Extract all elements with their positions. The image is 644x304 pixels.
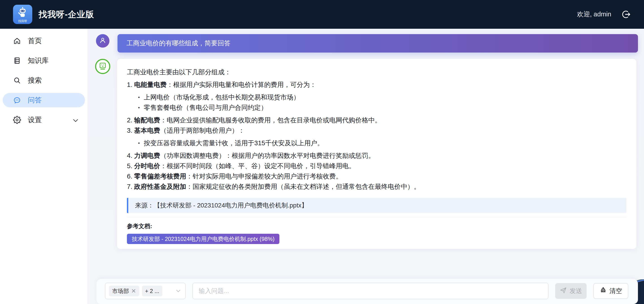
sidebar-item-问答[interactable]: 问答 [3,93,85,107]
answer-sub-item: ▪按变压器容量或最大需量计收，适用于315千伏安及以上用户。 [138,138,626,148]
broom-icon [600,287,607,295]
answer-item: 2. 输配电费：电网企业提供输配电服务收取的费用，包含在目录电价或电网代购价格中… [127,115,626,125]
paper-plane-icon [560,287,567,295]
chevron-down-icon[interactable] [175,288,182,294]
app-logo: 找我呀 [13,5,32,24]
person-icon [99,36,107,45]
sidebar-nav: 首页知识库搜索问答设置 [0,29,88,304]
sidebar-item-label: 设置 [28,115,42,125]
main-area: 工商业电价的有哪些组成，简要回答 工商业电价主要由 [88,29,644,304]
bullet-icon: ▪ [138,92,140,102]
bullet-icon: ▪ [138,102,140,113]
answer-sub-item: ▪零售套餐电价（售电公司与用户合同约定） [138,102,626,113]
answer-item: 4. 力调电费（功率因数调整电费）：根据用户的功率因数水平对电费进行奖励或惩罚。 [127,150,626,161]
answer-item: 3. 基本电费（适用于两部制电价用户）： [127,125,626,136]
scope-tag-+ 2 ...[interactable]: + 2 ... [142,285,162,296]
reference-docs-list: 技术研发部 - 20231024电力用户电费电价机制.pptx (98%) [127,234,626,244]
send-button[interactable]: 发送 [555,283,586,299]
chat-area: 工商业电价的有哪些组成，简要回答 工商业电价主要由 [88,29,644,249]
divider [127,217,626,217]
answer-intro: 工商业电价主要由以下几部分组成： [127,67,626,77]
sidebar-item-首页[interactable]: 首页 [3,34,85,48]
answer-sub-item: ▪上网电价（市场化形成，包括中长期交易和现货市场） [138,92,626,102]
answer-item: 5. 分时电价：根据不同时间段（如峰、平、谷）设定不同电价，引导错峰用电。 [127,161,626,171]
sidebar-item-设置[interactable]: 设置 [3,113,85,127]
question-input[interactable] [192,283,548,299]
clear-button-label: 清空 [610,287,622,295]
sidebar-item-label: 问答 [28,95,42,105]
scope-tag-市场部[interactable]: 市场部✕ [109,285,139,296]
avatar [96,34,110,48]
reference-doc-chip[interactable]: 技术研发部 - 20231024电力用户电费电价机制.pptx (98%) [127,234,280,244]
home-icon [13,37,21,45]
scope-tag-label: 市场部 [112,287,129,295]
app-title: 找我呀-企业版 [38,9,94,20]
answer-item: 7. 政府性基金及附加：国家规定征收的各类附加费用（虽未在文档详述，但通常包含在… [127,181,626,192]
chevron-down-icon[interactable] [72,116,78,123]
bot-message-row: 工商业电价主要由以下几部分组成： 1. 电能量电费：根据用户实际用电量和电价计算… [96,59,638,249]
send-button-label: 发送 [570,287,582,295]
knowledge-scope-select[interactable]: 市场部✕+ 2 ... [105,283,186,299]
logo-caption: 找我呀 [18,20,27,23]
answer-sub-list: ▪上网电价（市场化形成，包括中长期交易和现货市场）▪零售套餐电价（售电公司与用户… [127,92,626,113]
scope-tag-label: + 2 ... [145,288,159,294]
robot-logo-icon [16,6,29,19]
sidebar-item-搜索[interactable]: 搜索 [3,73,85,88]
bot-answer-card: 工商业电价主要由以下几部分组成： 1. 电能量电费：根据用户实际用电量和电价计算… [117,59,636,249]
qa-chat-icon [13,96,21,104]
avatar [95,59,110,74]
reference-docs-label: 参考文档: [127,222,626,230]
top-navbar: 找我呀 找我呀-企业版 欢迎, admin [0,0,644,29]
close-icon[interactable]: ✕ [131,288,136,294]
search-icon [13,76,21,84]
gear-icon [13,116,21,124]
sidebar-item-知识库[interactable]: 知识库 [3,53,85,68]
sidebar-item-label: 首页 [28,36,42,46]
composer-bar: 市场部✕+ 2 ... 发送 [96,279,638,304]
sidebar-item-label: 搜索 [28,76,42,85]
robot-face-icon [98,62,107,71]
answer-list: 1. 电能量电费：根据用户实际用电量和电价计算的费用，可分为：▪上网电价（市场化… [127,79,626,192]
knowledge-icon [13,57,21,65]
answer-item: 1. 电能量电费：根据用户实际用电量和电价计算的费用，可分为： [127,79,626,90]
logout-icon[interactable] [621,10,631,19]
bullet-icon: ▪ [138,138,140,148]
welcome-user-text: 欢迎, admin [577,10,611,19]
sidebar-item-label: 知识库 [28,56,49,65]
user-question-bubble: 工商业电价的有哪些组成，简要回答 [118,34,638,53]
answer-item: 6. 零售偏差考核费用：针对实际用电与申报偏差较大的用户进行考核收费。 [127,171,626,181]
answer-sub-list: ▪按变压器容量或最大需量计收，适用于315千伏安及以上用户。 [127,138,626,148]
source-quote: 来源：【技术研发部 - 20231024电力用户电费电价机制.pptx】 [127,198,626,213]
user-message-row: 工商业电价的有哪些组成，简要回答 [96,34,638,53]
clear-button[interactable]: 清空 [593,283,628,299]
